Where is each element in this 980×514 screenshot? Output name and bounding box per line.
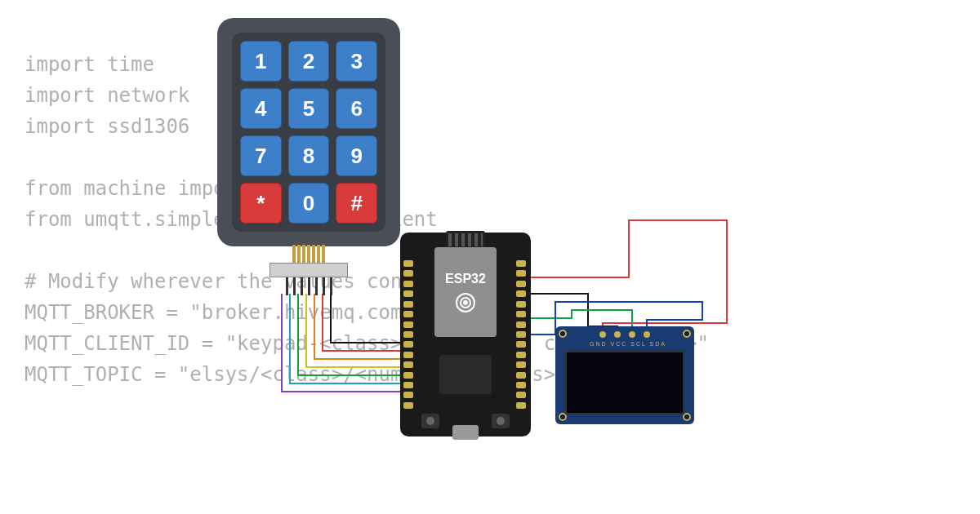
membrane-keypad: 1 2 3 4 5 6 7 8 9 * 0 # xyxy=(217,18,400,246)
pin-header-right xyxy=(516,257,528,412)
key-0[interactable]: 0 xyxy=(288,183,330,224)
key-star[interactable]: * xyxy=(240,183,282,224)
key-7[interactable]: 7 xyxy=(240,135,282,176)
oled-pin-header xyxy=(599,331,650,338)
esp32-devkit: ESP32 xyxy=(400,233,531,436)
antenna-icon xyxy=(446,231,485,249)
mount-hole-icon xyxy=(559,330,567,338)
key-hash[interactable]: # xyxy=(336,183,377,224)
keypad-grid: 1 2 3 4 5 6 7 8 9 * 0 # xyxy=(232,33,385,232)
oled-screen xyxy=(565,351,684,414)
key-4[interactable]: 4 xyxy=(240,88,282,129)
key-3[interactable]: 3 xyxy=(336,41,377,82)
key-6[interactable]: 6 xyxy=(336,88,377,129)
micro-usb-port xyxy=(452,425,479,440)
key-5[interactable]: 5 xyxy=(288,88,330,129)
pin-header-left xyxy=(403,257,415,412)
esp32-module: ESP32 xyxy=(434,247,497,337)
enable-button[interactable] xyxy=(492,414,510,428)
key-9[interactable]: 9 xyxy=(336,135,377,176)
keypad-connector xyxy=(270,245,348,295)
espressif-logo-icon xyxy=(456,293,475,312)
oled-pin-labels: GND VCC SCL SDA xyxy=(590,341,666,347)
key-8[interactable]: 8 xyxy=(288,135,330,176)
mount-hole-icon xyxy=(683,330,691,338)
key-2[interactable]: 2 xyxy=(288,41,330,82)
chip-icon xyxy=(439,355,492,394)
oled-display: GND VCC SCL SDA xyxy=(555,326,694,424)
key-1[interactable]: 1 xyxy=(240,41,282,82)
boot-button[interactable] xyxy=(421,414,439,428)
board-label: ESP32 xyxy=(445,272,486,286)
